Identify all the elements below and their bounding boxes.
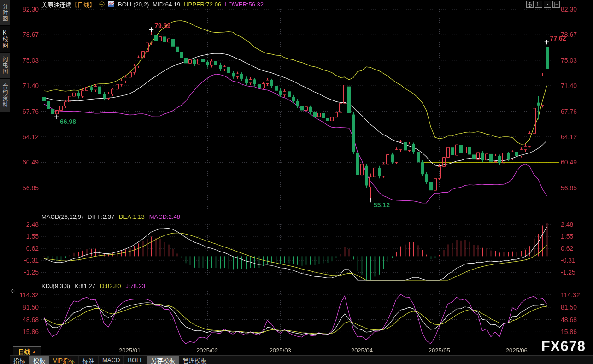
price-extreme-annotation: 77.62: [550, 35, 566, 42]
bottom-tab-5[interactable]: BOLL: [124, 356, 147, 364]
bottom-tab-6[interactable]: 另存模板: [147, 356, 179, 364]
kdj-tick-left: 48.68: [13, 317, 39, 323]
bottom-tab-bar: 指标模板VIP指标标准MACDBOLL另存模板管理模板: [10, 355, 593, 364]
bottom-tab-2[interactable]: VIP指标: [49, 356, 79, 364]
kdj-tick-right: 81.50: [561, 304, 577, 311]
sidebar-tab-timeshare[interactable]: 分时图: [0, 0, 10, 25]
x-axis-month-label: 2025/01: [116, 347, 144, 354]
macd-dea-value: DEA:1.13: [119, 213, 145, 220]
price-tick-left: 67.76: [13, 108, 39, 115]
bottom-tab-0[interactable]: 指标: [10, 356, 29, 364]
bottom-tab-1[interactable]: 模板: [29, 356, 49, 364]
kdj-label-row: KDJ(9,3,3) K:81.27 D:82.80 J:78.23: [41, 282, 145, 289]
kdj-tick-left: 81.50: [13, 304, 39, 311]
macd-tick-left: 0.62: [13, 245, 39, 252]
kdj-j-value: J:78.23: [126, 282, 146, 289]
sidebar-tab-flash[interactable]: 闪电图: [0, 53, 10, 78]
indicator-chart-icon[interactable]: [108, 1, 114, 7]
macd-tick-right: -1.25: [561, 269, 575, 276]
kdj-tick-right: 114.32: [561, 292, 580, 298]
bottom-tab-3[interactable]: 标准: [79, 356, 99, 364]
macd-tick-right: 0.62: [561, 245, 573, 252]
price-extreme-annotation: 79.39: [154, 22, 170, 29]
macd-label-row: MACD(26,12,9) DIFF:2.37 DEA:1.13 MACD:2.…: [41, 213, 180, 220]
price-tick-right: 56.85: [561, 185, 577, 191]
period-selector-button[interactable]: 日线 ▲: [13, 346, 41, 356]
price-tick-left: 60.49: [13, 159, 39, 165]
price-tick-left: 71.40: [13, 82, 39, 89]
x-axis-month-label: 2025/06: [503, 347, 530, 354]
macd-diff-value: DIFF:2.37: [88, 213, 114, 220]
axis-shift-icon[interactable]: [552, 1, 560, 8]
price-tick-left: 64.12: [13, 134, 39, 140]
x-axis-month-label: 2025/02: [194, 347, 221, 354]
price-tick-left: 78.67: [13, 31, 39, 38]
price-tick-left: 75.03: [13, 57, 39, 64]
symbol-name: 美原油连续: [41, 1, 71, 8]
kdj-d-value: D:82.80: [100, 282, 121, 289]
price-tick-left: 82.30: [13, 6, 39, 12]
macd-macd-value: MACD:2.48: [149, 213, 180, 220]
price-tick-left: 56.85: [13, 185, 39, 191]
x-axis-scale-icon[interactable]: [544, 1, 551, 8]
macd-tick-left: 1.55: [13, 233, 39, 240]
price-tick-right: 60.49: [561, 159, 577, 165]
symbol-title: 美原油连续【日线】: [41, 0, 95, 9]
kdj-tick-right: 48.68: [561, 317, 577, 323]
boll-mid-value: MID:64.19: [153, 1, 180, 8]
price-tick-right: 75.03: [561, 57, 577, 64]
kdj-params-label: KDJ(9,3,3): [41, 282, 70, 289]
macd-tick-right: 1.55: [561, 233, 573, 240]
x-axis-month-label: 2025/04: [348, 347, 376, 354]
period-up-arrow-icon: ▲: [32, 349, 36, 354]
sidebar: 分时图 K线图 闪电图 合约资料: [0, 0, 10, 364]
price-tick-right: 67.76: [561, 108, 577, 115]
x-axis-month-label: 2025/05: [425, 347, 453, 354]
bottom-tab-4[interactable]: MACD: [99, 356, 124, 364]
chart-canvas[interactable]: [0, 0, 593, 364]
macd-tick-right: -0.31: [561, 257, 575, 264]
collapse-icon[interactable]: [99, 1, 105, 7]
price-tick-right: 64.12: [561, 134, 577, 140]
price-extreme-annotation: 55.12: [374, 201, 390, 209]
kdj-tick-left: 114.32: [13, 292, 39, 298]
sidebar-tab-kline[interactable]: K线图: [0, 26, 10, 52]
boll-upper-value: UPPER:72.06: [184, 1, 221, 8]
pan-icon[interactable]: [526, 1, 534, 8]
sidebar-tab-contract-info[interactable]: 合约资料: [0, 79, 10, 112]
macd-tick-left: 2.48: [13, 221, 39, 228]
chart-header: 美原油连续【日线】 BOLL(20,2) MID:64.19 UPPER:72.…: [41, 0, 264, 8]
kdj-tick-left: 15.86: [13, 329, 39, 335]
price-tick-right: 82.30: [561, 6, 577, 12]
boll-params-label: BOLL(20,2): [118, 1, 149, 8]
price-tick-right: 71.40: [561, 82, 577, 89]
macd-params-label: MACD(26,12,9): [41, 213, 83, 220]
price-extreme-annotation: 66.98: [60, 118, 76, 125]
x-axis-month-label: 2025/03: [266, 347, 294, 354]
kdj-tick-right: 15.86: [561, 329, 577, 335]
kdj-settings-icon[interactable]: [11, 287, 15, 295]
chart-application-window: 分时图 K线图 闪电图 合约资料 美原油连续【日线】 BOLL(20,2) MI…: [0, 0, 593, 364]
period-selector-label: 日线: [18, 347, 30, 356]
period-tag: 【日线】: [71, 1, 95, 8]
bottom-tab-7[interactable]: 管理模板: [179, 356, 211, 364]
macd-tick-right: 2.48: [561, 221, 573, 228]
macd-tick-left: -0.31: [13, 257, 39, 264]
kdj-k-value: K:81.27: [75, 282, 95, 289]
macd-tick-left: -1.25: [13, 269, 39, 276]
watermark: FX678: [541, 338, 586, 355]
axis-toolbar: [526, 1, 560, 8]
y-axis-scale-icon[interactable]: [535, 1, 542, 8]
boll-lower-value: LOWER:56.32: [225, 1, 264, 8]
